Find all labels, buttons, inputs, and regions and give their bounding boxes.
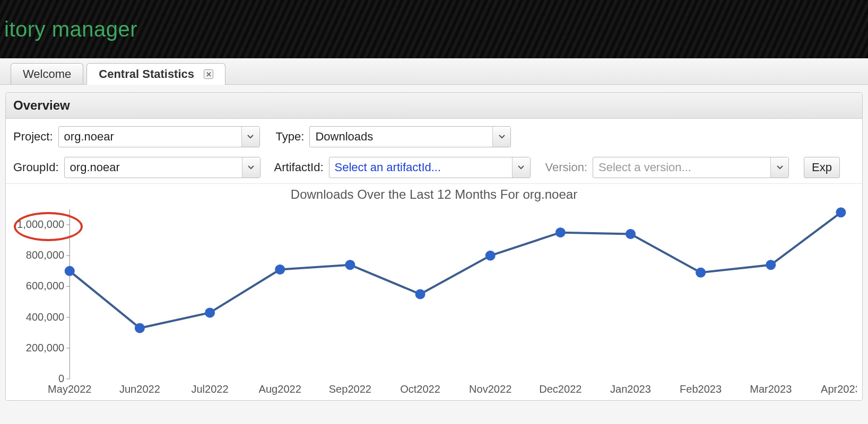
app-header: itory manager bbox=[0, 0, 868, 58]
version-placeholder: Select a version... bbox=[593, 161, 770, 174]
type-combo[interactable]: Downloads bbox=[309, 126, 511, 147]
svg-text:May2022: May2022 bbox=[48, 383, 91, 395]
svg-point-35 bbox=[766, 260, 776, 270]
svg-text:Jun2022: Jun2022 bbox=[119, 383, 160, 395]
tab-central-statistics[interactable]: Central Statistics ✕ bbox=[86, 63, 225, 85]
groupid-label: GroupId: bbox=[13, 161, 59, 174]
svg-point-29 bbox=[345, 260, 355, 270]
svg-point-33 bbox=[626, 229, 635, 239]
svg-point-36 bbox=[836, 208, 846, 217]
version-combo[interactable]: Select a version... bbox=[593, 157, 789, 178]
svg-text:Aug2022: Aug2022 bbox=[259, 383, 301, 395]
artifactid-placeholder: Select an artifactId... bbox=[329, 161, 512, 174]
svg-point-32 bbox=[555, 228, 565, 237]
tab-label: Central Statistics bbox=[99, 67, 194, 81]
svg-text:600,000: 600,000 bbox=[26, 280, 64, 292]
svg-point-28 bbox=[275, 264, 285, 274]
tab-welcome[interactable]: Welcome bbox=[11, 63, 83, 84]
line-chart-svg: 0200,000400,000600,000800,0001,000,000Ma… bbox=[11, 204, 857, 395]
svg-text:800,000: 800,000 bbox=[26, 249, 64, 261]
chevron-down-icon[interactable] bbox=[512, 157, 530, 178]
artifactid-label: ArtifactId: bbox=[274, 161, 324, 174]
close-icon[interactable]: ✕ bbox=[204, 69, 213, 79]
svg-text:Oct2022: Oct2022 bbox=[400, 383, 440, 395]
chart-title: Downloads Over the Last 12 Months For or… bbox=[11, 187, 857, 202]
svg-text:Nov2022: Nov2022 bbox=[469, 383, 511, 395]
tab-strip: Welcome Central Statistics ✕ bbox=[0, 58, 868, 85]
export-button[interactable]: Exp bbox=[804, 157, 840, 178]
project-label: Project: bbox=[13, 130, 53, 144]
chart-area: Downloads Over the Last 12 Months For or… bbox=[6, 184, 862, 400]
svg-text:Jan2023: Jan2023 bbox=[610, 383, 651, 395]
svg-text:Feb2023: Feb2023 bbox=[680, 383, 722, 395]
svg-text:Jul2022: Jul2022 bbox=[191, 383, 228, 395]
svg-point-26 bbox=[135, 323, 144, 333]
svg-text:1,000,000: 1,000,000 bbox=[17, 218, 64, 230]
export-button-label: Exp bbox=[812, 161, 832, 174]
project-value: org.noear bbox=[59, 130, 241, 144]
groupid-value: org.noear bbox=[65, 161, 242, 174]
svg-point-31 bbox=[485, 251, 495, 260]
type-label: Type: bbox=[276, 130, 305, 144]
tab-label: Welcome bbox=[23, 67, 71, 81]
overview-panel: Overview Project: org.noear Type: Downlo… bbox=[5, 92, 863, 401]
svg-text:0: 0 bbox=[58, 373, 64, 384]
chevron-down-icon[interactable] bbox=[241, 127, 259, 147]
svg-text:200,000: 200,000 bbox=[26, 342, 64, 354]
svg-point-25 bbox=[65, 266, 74, 276]
svg-text:Apr2023: Apr2023 bbox=[821, 383, 857, 395]
svg-text:Sep2022: Sep2022 bbox=[329, 383, 371, 395]
svg-text:Dec2022: Dec2022 bbox=[539, 383, 581, 395]
version-label: Version: bbox=[545, 161, 588, 174]
groupid-combo[interactable]: org.noear bbox=[64, 157, 261, 178]
panel-title: Overview bbox=[6, 93, 862, 119]
app-title: itory manager bbox=[4, 17, 137, 41]
svg-point-30 bbox=[415, 289, 425, 299]
svg-text:Mar2023: Mar2023 bbox=[750, 383, 792, 395]
filter-bar: Project: org.noear Type: Downloads Group… bbox=[6, 119, 862, 184]
svg-text:400,000: 400,000 bbox=[26, 311, 64, 323]
artifactid-combo[interactable]: Select an artifactId... bbox=[329, 157, 531, 178]
type-value: Downloads bbox=[310, 130, 492, 144]
chart-canvas: 0200,000400,000600,000800,0001,000,000Ma… bbox=[11, 204, 857, 395]
chevron-down-icon[interactable] bbox=[242, 157, 260, 178]
svg-point-27 bbox=[205, 308, 215, 317]
project-combo[interactable]: org.noear bbox=[58, 126, 260, 147]
chevron-down-icon[interactable] bbox=[492, 127, 510, 147]
svg-point-34 bbox=[696, 268, 706, 277]
chevron-down-icon[interactable] bbox=[770, 157, 788, 178]
